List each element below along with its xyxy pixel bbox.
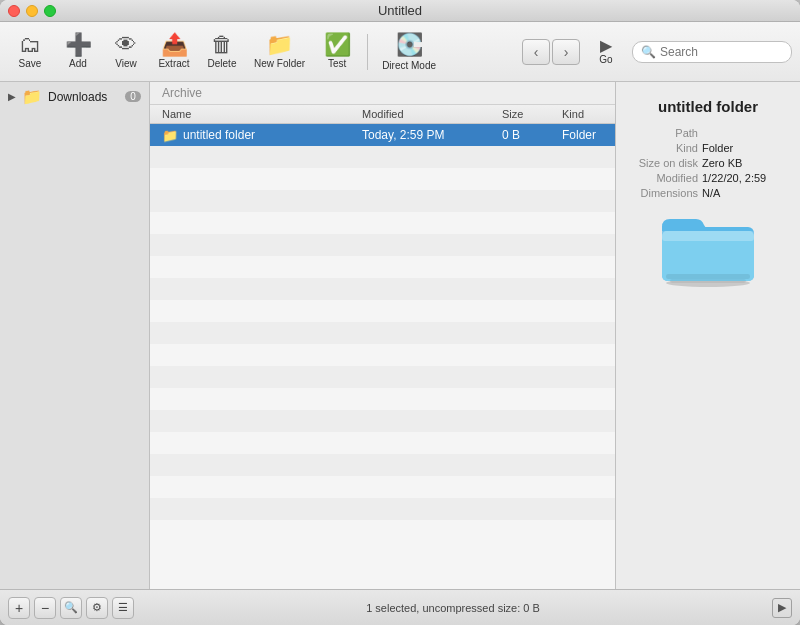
save-button[interactable]: 🗂 Save	[8, 30, 52, 73]
meta-row-size: Size on disk Zero KB	[628, 157, 788, 169]
table-row[interactable]	[150, 168, 615, 190]
meta-val-dimensions: N/A	[702, 187, 720, 199]
extra-bottom-icon: ☰	[118, 601, 128, 614]
downloads-folder-icon: 📁	[22, 87, 42, 106]
sidebar-item-downloads[interactable]: ▶ 📁 Downloads 0	[0, 82, 149, 111]
forward-button[interactable]: ›	[552, 39, 580, 65]
meta-val-kind: Folder	[702, 142, 733, 154]
save-icon: 🗂	[19, 34, 41, 56]
inspector-panel: untitled folder Path Kind Folder Size on…	[615, 82, 800, 589]
table-row[interactable]	[150, 212, 615, 234]
back-button[interactable]: ‹	[522, 39, 550, 65]
toolbar: 🗂 Save ➕ Add 👁 View 📤 Extract 🗑 Delete 📁…	[0, 22, 800, 82]
extract-label: Extract	[158, 58, 189, 69]
table-row[interactable]: 📁 untitled folder Today, 2:59 PM 0 B Fol…	[150, 124, 615, 146]
table-row[interactable]	[150, 366, 615, 388]
add-label: Add	[69, 58, 87, 69]
bottom-status: 1 selected, uncompressed size: 0 B	[138, 602, 768, 614]
file-name: untitled folder	[183, 128, 255, 142]
save-label: Save	[19, 58, 42, 69]
nav-buttons: ‹ ›	[522, 39, 580, 65]
table-row[interactable]	[150, 190, 615, 212]
test-label: Test	[328, 58, 346, 69]
table-row[interactable]	[150, 498, 615, 520]
go-icon: ▶	[600, 38, 612, 54]
table-row[interactable]	[150, 234, 615, 256]
add-icon: ➕	[65, 34, 92, 56]
minimize-button[interactable]	[26, 5, 38, 17]
column-header-size: Size	[502, 108, 562, 120]
meta-row-modified: Modified 1/22/20, 2:59	[628, 172, 788, 184]
direct-mode-label: Direct Mode	[382, 60, 436, 71]
settings-bottom-button[interactable]: ⚙	[86, 597, 108, 619]
test-button[interactable]: ✅ Test	[315, 30, 359, 73]
table-row[interactable]	[150, 476, 615, 498]
column-header-name: Name	[162, 108, 362, 120]
new-folder-label: New Folder	[254, 58, 305, 69]
maximize-button[interactable]	[44, 5, 56, 17]
extra-bottom-button[interactable]: ☰	[112, 597, 134, 619]
title-bar: Untitled	[0, 0, 800, 22]
svg-rect-4	[666, 274, 750, 279]
table-row[interactable]	[150, 278, 615, 300]
search-box[interactable]: 🔍	[632, 41, 792, 63]
new-folder-button[interactable]: 📁 New Folder	[248, 30, 311, 73]
column-header-modified: Modified	[362, 108, 502, 120]
meta-key-kind: Kind	[628, 142, 698, 154]
file-list: 📁 untitled folder Today, 2:59 PM 0 B Fol…	[150, 124, 615, 589]
direct-mode-icon: 💽	[396, 32, 423, 58]
traffic-lights	[8, 5, 56, 17]
extract-button[interactable]: 📤 Extract	[152, 30, 196, 73]
extract-icon: 📤	[161, 34, 188, 56]
file-modified: Today, 2:59 PM	[362, 128, 502, 142]
folder-icon: 📁	[162, 128, 178, 143]
delete-label: Delete	[208, 58, 237, 69]
search-bottom-icon: 🔍	[64, 601, 78, 614]
direct-mode-button[interactable]: 💽 Direct Mode	[376, 28, 442, 75]
delete-button[interactable]: 🗑 Delete	[200, 30, 244, 73]
table-row[interactable]	[150, 146, 615, 168]
svg-rect-3	[662, 231, 754, 241]
table-row[interactable]	[150, 322, 615, 344]
column-header-kind: Kind	[562, 108, 603, 120]
toolbar-separator-1	[367, 34, 368, 70]
go-button[interactable]: ▶ Go	[588, 34, 624, 69]
downloads-badge: 0	[125, 91, 141, 102]
meta-row-dimensions: Dimensions N/A	[628, 187, 788, 199]
remove-bottom-button[interactable]: −	[34, 597, 56, 619]
close-button[interactable]	[8, 5, 20, 17]
file-area-breadcrumb: Archive	[150, 82, 615, 105]
file-size: 0 B	[502, 128, 562, 142]
table-row[interactable]	[150, 256, 615, 278]
folder-preview-icon	[658, 199, 758, 287]
table-row[interactable]	[150, 344, 615, 366]
meta-row-path: Path	[628, 127, 788, 139]
table-row[interactable]	[150, 520, 615, 542]
table-row[interactable]	[150, 388, 615, 410]
add-button[interactable]: ➕ Add	[56, 30, 100, 73]
file-kind: Folder	[562, 128, 603, 142]
view-label: View	[115, 58, 137, 69]
expand-button[interactable]: ▶	[772, 598, 792, 618]
table-row[interactable]	[150, 410, 615, 432]
sidebar-arrow-icon: ▶	[8, 91, 16, 102]
file-area: Archive Name Modified Size Kind 📁 untitl…	[150, 82, 615, 589]
view-button[interactable]: 👁 View	[104, 30, 148, 73]
delete-icon: 🗑	[211, 34, 233, 56]
table-row[interactable]	[150, 432, 615, 454]
search-input[interactable]	[660, 45, 783, 59]
inspector-meta: Path Kind Folder Size on disk Zero KB Mo…	[628, 127, 788, 199]
search-bottom-button[interactable]: 🔍	[60, 597, 82, 619]
new-folder-icon: 📁	[266, 34, 293, 56]
table-row[interactable]	[150, 300, 615, 322]
search-icon: 🔍	[641, 45, 656, 59]
go-label: Go	[599, 54, 612, 65]
table-row[interactable]	[150, 454, 615, 476]
add-bottom-button[interactable]: +	[8, 597, 30, 619]
inspector-title: untitled folder	[658, 98, 758, 115]
meta-key-path: Path	[628, 127, 698, 139]
svg-rect-5	[670, 279, 746, 283]
meta-key-dimensions: Dimensions	[628, 187, 698, 199]
meta-key-size: Size on disk	[628, 157, 698, 169]
meta-key-modified: Modified	[628, 172, 698, 184]
